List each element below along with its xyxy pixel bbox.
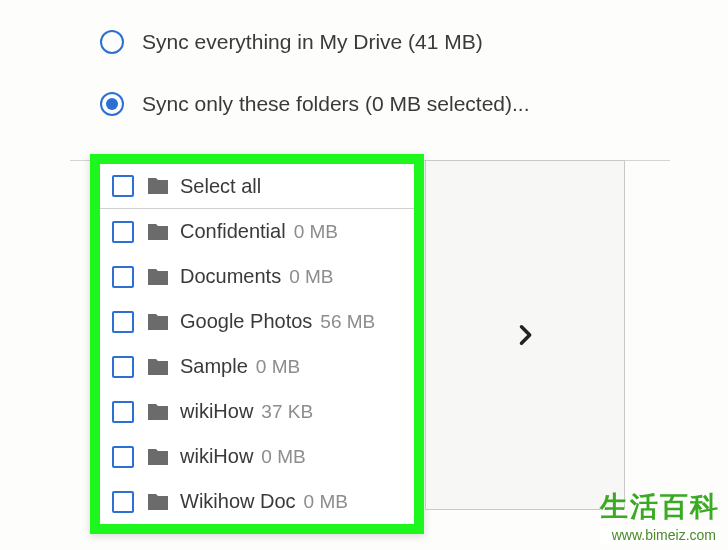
folder-row[interactable]: Google Photos56 MB — [100, 299, 414, 344]
folder-list: Confidential0 MBDocuments0 MBGoogle Phot… — [100, 209, 414, 524]
folder-icon — [146, 445, 170, 469]
radio-sync-only-folders[interactable]: Sync only these folders (0 MB selected).… — [100, 92, 688, 116]
folder-icon — [146, 265, 170, 289]
folder-size: 56 MB — [320, 311, 375, 333]
folder-size: 0 MB — [261, 446, 305, 468]
folder-icon — [146, 220, 170, 244]
radio-sync-everything[interactable]: Sync everything in My Drive (41 MB) — [100, 30, 688, 54]
radio-selected-dot-icon — [106, 98, 118, 110]
radio-circle-icon — [100, 30, 124, 54]
checkbox[interactable] — [112, 446, 134, 468]
checkbox[interactable] — [112, 311, 134, 333]
folder-size: 0 MB — [289, 266, 333, 288]
folder-row[interactable]: Documents0 MB — [100, 254, 414, 299]
checkbox[interactable] — [112, 401, 134, 423]
watermark-text-cn: 生活百科 — [600, 488, 720, 526]
radio-sync-only-label: Sync only these folders (0 MB selected).… — [142, 92, 530, 116]
folder-icon — [146, 310, 170, 334]
watermark: 生活百科 www.bimeiz.com — [600, 488, 720, 544]
select-all-row[interactable]: Select all — [100, 164, 414, 209]
folder-size: 0 MB — [304, 491, 348, 513]
folder-name: Google Photos — [180, 310, 312, 333]
folder-row[interactable]: Wikihow Doc0 MB — [100, 479, 414, 524]
folder-size: 0 MB — [294, 221, 338, 243]
folder-row[interactable]: Confidential0 MB — [100, 209, 414, 254]
folder-icon — [146, 400, 170, 424]
checkbox[interactable] — [112, 175, 134, 197]
checkbox[interactable] — [112, 266, 134, 288]
radio-sync-everything-label: Sync everything in My Drive (41 MB) — [142, 30, 483, 54]
folder-name: wikiHow — [180, 445, 253, 468]
checkbox[interactable] — [112, 221, 134, 243]
select-all-label: Select all — [180, 175, 261, 198]
folder-row[interactable]: wikiHow37 KB — [100, 389, 414, 434]
folder-icon — [146, 490, 170, 514]
folder-row[interactable]: wikiHow0 MB — [100, 434, 414, 479]
folder-size: 0 MB — [256, 356, 300, 378]
folder-icon — [146, 174, 170, 198]
radio-circle-icon — [100, 92, 124, 116]
folder-selection-panel: Select all Confidential0 MBDocuments0 MB… — [90, 154, 424, 534]
chevron-right-icon[interactable] — [511, 321, 539, 349]
folder-name: wikiHow — [180, 400, 253, 423]
folder-name: Wikihow Doc — [180, 490, 296, 513]
watermark-url: www.bimeiz.com — [600, 526, 720, 544]
folder-name: Sample — [180, 355, 248, 378]
folder-name: Documents — [180, 265, 281, 288]
detail-panel — [425, 160, 625, 510]
folder-icon — [146, 355, 170, 379]
folder-row[interactable]: Sample0 MB — [100, 344, 414, 389]
checkbox[interactable] — [112, 356, 134, 378]
folder-name: Confidential — [180, 220, 286, 243]
folder-size: 37 KB — [261, 401, 313, 423]
checkbox[interactable] — [112, 491, 134, 513]
